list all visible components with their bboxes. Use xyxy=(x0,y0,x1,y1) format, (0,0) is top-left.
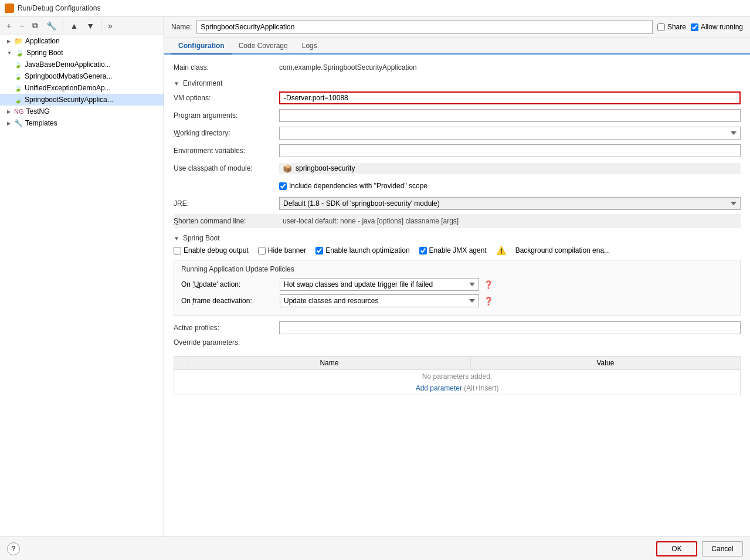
folder-icon: 📁 xyxy=(14,37,23,45)
on-update-row: On 'Update' action: Hot swap classes and… xyxy=(181,278,733,291)
main-class-label: Main class: xyxy=(174,63,279,72)
copy-button[interactable]: ⧉ xyxy=(29,19,41,32)
enable-debug-text: Enable debug output xyxy=(184,246,249,254)
app-icon-mybatis: 🍃 xyxy=(14,73,22,80)
share-checkbox-label[interactable]: Share xyxy=(657,23,686,31)
classpath-module-name: springboot-security xyxy=(296,164,355,172)
jre-label: JRE: xyxy=(174,199,279,208)
enable-launch-opt-text: Enable launch optimization xyxy=(325,246,409,254)
vm-options-input[interactable] xyxy=(279,91,741,104)
move-up-button[interactable]: ▲ xyxy=(67,19,81,32)
help-button[interactable]: ? xyxy=(7,542,20,555)
on-frame-select[interactable]: Update classes and resources Hot swap cl… xyxy=(280,294,479,307)
tree: ▶ 📁 Application ▼ 🍃 Spring Boot 🍃 JavaBa… xyxy=(0,35,164,129)
tab-configuration[interactable]: Configuration xyxy=(171,38,232,55)
more-button[interactable]: » xyxy=(105,19,116,32)
env-vars-label: Environment variables: xyxy=(174,147,279,155)
classpath-value: 📦 springboot-security xyxy=(279,163,741,174)
ok-button[interactable]: OK xyxy=(656,541,697,556)
tree-item-spring-boot[interactable]: ▼ 🍃 Spring Boot xyxy=(0,47,164,59)
tree-label-testng: TestNG xyxy=(26,107,50,116)
add-button[interactable]: + xyxy=(4,19,14,32)
toolbar: + − ⧉ 🔧 ▲ ▼ » xyxy=(0,16,164,35)
section-arrow-spring: ▼ xyxy=(174,235,179,242)
active-profiles-input[interactable] xyxy=(279,321,741,334)
col-name: Name xyxy=(188,357,471,370)
col-value: Value xyxy=(470,357,740,370)
tree-item-unified-exception[interactable]: 🍃 UnifiedExceptionDemoAp... xyxy=(0,82,164,94)
tree-label-unified: UnifiedExceptionDemoAp... xyxy=(25,84,111,92)
move-down-button[interactable]: ▼ xyxy=(83,19,97,32)
arrow-icon-spring: ▼ xyxy=(7,50,12,56)
env-vars-input[interactable] xyxy=(279,144,741,157)
hide-banner-text: Hide banner xyxy=(268,246,306,254)
tree-item-springboot-mybatis[interactable]: 🍃 SpringbootMybatisGenera... xyxy=(0,70,164,82)
wrench-icon-templates: 🔧 xyxy=(14,119,23,127)
include-deps-checkbox[interactable] xyxy=(279,182,287,190)
allow-running-checkbox[interactable] xyxy=(691,23,698,31)
policies-title: Running Application Update Policies xyxy=(181,265,733,273)
params-table: Name Value No parameters added. Add para… xyxy=(174,356,741,395)
wrench-button[interactable]: 🔧 xyxy=(43,19,59,32)
tab-code-coverage[interactable]: Code Coverage xyxy=(232,38,295,55)
enable-jmx-label[interactable]: Enable JMX agent xyxy=(419,246,487,254)
allow-running-checkbox-label[interactable]: Allow running xyxy=(691,23,743,31)
enable-debug-checkbox[interactable] xyxy=(174,247,181,254)
shorten-cmd-row: Shorten command line: user-local default… xyxy=(174,214,741,228)
main-container: + − ⧉ 🔧 ▲ ▼ » ▶ 📁 Application ▼ 🍃 Spring… xyxy=(0,16,750,537)
spring-icon: 🍃 xyxy=(15,49,24,57)
environment-label: Environment xyxy=(183,79,222,87)
include-deps-row: Include dependencies with "Provided" sco… xyxy=(174,179,741,193)
spring-boot-section: ▼ Spring Boot Enable debug output Hide b… xyxy=(174,234,741,395)
jre-row: JRE: Default (1.8 - SDK of 'springboot-s… xyxy=(174,196,741,211)
tree-item-testng[interactable]: ▶ NG TestNG xyxy=(0,106,164,117)
hide-banner-checkbox[interactable] xyxy=(258,247,266,254)
working-dir-select[interactable] xyxy=(279,127,741,140)
spring-boot-section-header: ▼ Spring Boot xyxy=(174,234,741,242)
program-args-input[interactable] xyxy=(279,109,741,122)
tree-item-springboot-security[interactable]: 🍃 SpringbootSecurityApplica... xyxy=(0,94,164,106)
working-dir-label: Working directory: xyxy=(174,129,279,137)
arrow-icon-testng: ▶ xyxy=(7,109,11,114)
on-update-select[interactable]: Hot swap classes and update trigger file… xyxy=(280,278,479,291)
name-input[interactable] xyxy=(196,20,653,34)
app-icon-java: 🍃 xyxy=(14,61,22,69)
cancel-button[interactable]: Cancel xyxy=(702,541,743,556)
no-params-text: No parameters added. xyxy=(179,372,735,381)
section-arrow-env: ▼ xyxy=(174,80,179,87)
enable-jmx-checkbox[interactable] xyxy=(419,247,427,254)
tree-item-templates[interactable]: ▶ 🔧 Templates xyxy=(0,117,164,129)
remove-button[interactable]: − xyxy=(16,19,27,32)
tree-label-java-base: JavaBaseDemoApplicatio... xyxy=(25,60,111,69)
shorten-cmd-value: user-local default: none - java [options… xyxy=(279,216,741,226)
allow-running-label: Allow running xyxy=(701,23,743,31)
tab-logs[interactable]: Logs xyxy=(295,38,324,55)
toolbar-separator-2 xyxy=(101,21,101,30)
app-icon-security: 🍃 xyxy=(14,96,22,104)
spring-boot-label: Spring Boot xyxy=(183,234,220,242)
add-param-link[interactable]: Add parameter xyxy=(416,384,462,392)
tree-item-application[interactable]: ▶ 📁 Application xyxy=(0,35,164,47)
jre-select[interactable]: Default (1.8 - SDK of 'springboot-securi… xyxy=(279,197,741,210)
shorten-cmd-label: Shorten command line: xyxy=(174,217,279,225)
tree-item-java-base[interactable]: 🍃 JavaBaseDemoApplicatio... xyxy=(0,59,164,70)
on-update-help-icon[interactable]: ❓ xyxy=(484,280,493,289)
on-frame-deactivation-row: On frame deactivation: Update classes an… xyxy=(181,294,733,307)
on-frame-help-icon[interactable]: ❓ xyxy=(484,297,493,306)
empty-cell: No parameters added. Add parameter (Alt+… xyxy=(174,370,741,395)
app-icon-unified: 🍃 xyxy=(14,84,22,92)
include-deps-label[interactable]: Include dependencies with "Provided" sco… xyxy=(279,182,427,190)
enable-launch-opt-label[interactable]: Enable launch optimization xyxy=(315,246,409,254)
hide-banner-label[interactable]: Hide banner xyxy=(258,246,306,254)
env-vars-row: Environment variables: xyxy=(174,144,741,158)
active-profiles-row: Active profiles: xyxy=(174,321,741,335)
vm-options-label: VM options: xyxy=(174,94,279,102)
right-panel: Name: Share Allow running Configuration … xyxy=(164,16,750,537)
share-checkbox[interactable] xyxy=(657,23,665,31)
enable-launch-opt-checkbox[interactable] xyxy=(315,247,323,254)
warning-icon: ⚠️ xyxy=(496,246,506,255)
main-class-value: com.example.SpringbootSecurityApplicatio… xyxy=(279,63,741,72)
on-update-label: On 'Update' action: xyxy=(181,280,275,289)
bottom-bar: ? OK Cancel xyxy=(0,537,750,560)
enable-debug-label[interactable]: Enable debug output xyxy=(174,246,249,254)
